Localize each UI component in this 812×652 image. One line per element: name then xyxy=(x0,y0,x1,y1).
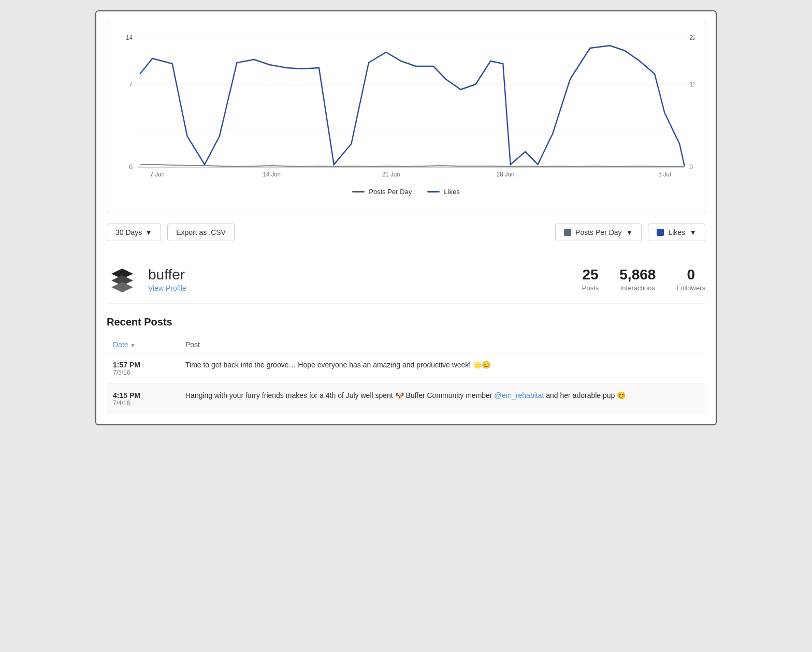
legend-posts-line xyxy=(352,191,365,192)
likes-swatch xyxy=(657,229,664,236)
post-2-mention-link[interactable]: @em_rehabitat xyxy=(494,391,544,399)
buffer-logo-svg xyxy=(109,266,135,292)
post-1-content: Time to get back into the groove… Hope e… xyxy=(179,353,705,384)
svg-text:112: 112 xyxy=(689,81,694,87)
days-filter-label: 30 Days xyxy=(115,228,142,236)
stat-followers: 0 Followers xyxy=(676,266,705,292)
stat-posts-label: Posts xyxy=(582,284,599,292)
legend-likes: Likes xyxy=(427,188,459,196)
view-profile-link[interactable]: View Profile xyxy=(148,284,186,292)
post-1-date: 1:57 PM 7/5/16 xyxy=(107,353,179,384)
post-2-date-sub: 7/4/16 xyxy=(113,399,173,407)
post-2-content: Hanging with your furry friends makes fo… xyxy=(179,384,705,414)
post-2-text-2: and her adorable pup 😊 xyxy=(544,391,626,399)
table-row: 1:57 PM 7/5/16 Time to get back into the… xyxy=(107,353,705,384)
likes-toggle[interactable]: Likes ▼ xyxy=(648,224,705,241)
recent-posts-section: Recent Posts Date ▼ Post 1:5 xyxy=(107,316,705,414)
stat-interactions-label: Interactions xyxy=(620,284,655,292)
post-1-text: Time to get back into the groove… Hope e… xyxy=(185,361,490,369)
legend-posts-label: Posts Per Day xyxy=(369,188,412,196)
svg-text:7: 7 xyxy=(129,81,132,87)
days-filter-button[interactable]: 30 Days ▼ xyxy=(107,224,161,241)
svg-text:0: 0 xyxy=(129,164,133,170)
buffer-logo xyxy=(107,264,138,295)
posts-table-header-row: Date ▼ Post xyxy=(107,336,705,353)
sort-arrow-icon: ▼ xyxy=(130,343,135,348)
posts-table-body: 1:57 PM 7/5/16 Time to get back into the… xyxy=(107,353,705,414)
post-2-text-1: Hanging with your furry friends makes fo… xyxy=(185,391,494,399)
export-csv-label: Export as .CSV xyxy=(176,228,226,236)
svg-text:14 Jun: 14 Jun xyxy=(263,171,281,177)
legend-posts-per-day: Posts Per Day xyxy=(352,188,412,196)
stat-followers-label: Followers xyxy=(676,284,705,292)
controls-right: Posts Per Day ▼ Likes ▼ xyxy=(555,224,705,241)
profile-info: buffer View Profile xyxy=(148,266,582,293)
likes-toggle-label: Likes xyxy=(668,228,685,236)
recent-posts-title: Recent Posts xyxy=(107,316,705,328)
table-row: 4:15 PM 7/4/16 Hanging with your furry f… xyxy=(107,384,705,414)
profile-section: buffer View Profile 25 Posts 5,868 Inter… xyxy=(107,256,705,304)
post-column-header: Post xyxy=(179,336,705,353)
post-2-date: 4:15 PM 7/4/16 xyxy=(107,384,179,414)
post-1-date-sub: 7/5/16 xyxy=(113,369,173,376)
stat-followers-number: 0 xyxy=(676,266,705,283)
svg-text:0: 0 xyxy=(689,164,693,170)
chart-legend: Posts Per Day Likes xyxy=(118,188,694,196)
posts-per-day-toggle[interactable]: Posts Per Day ▼ xyxy=(555,224,642,241)
stat-posts-number: 25 xyxy=(582,266,599,283)
posts-table: Date ▼ Post 1:57 PM 7/5/16 Time to get b… xyxy=(107,336,705,414)
posts-per-day-swatch xyxy=(564,229,571,236)
posts-per-day-toggle-label: Posts Per Day xyxy=(575,228,621,236)
svg-text:21 Jun: 21 Jun xyxy=(382,171,400,177)
stat-posts: 25 Posts xyxy=(582,266,599,292)
export-csv-button[interactable]: Export as .CSV xyxy=(167,224,235,241)
date-column-header[interactable]: Date ▼ xyxy=(107,336,179,353)
svg-text:14: 14 xyxy=(126,34,133,41)
stat-interactions: 5,868 Interactions xyxy=(619,266,656,292)
profile-name: buffer xyxy=(148,266,582,284)
chart-svg: 14 7 0 224 112 0 7 Jun 14 Jun 21 Jun 28 … xyxy=(118,33,694,177)
post-1-time: 1:57 PM xyxy=(113,361,140,369)
svg-text:224: 224 xyxy=(689,34,694,41)
svg-text:5 Jul: 5 Jul xyxy=(658,171,671,177)
profile-stats: 25 Posts 5,868 Interactions 0 Followers xyxy=(582,266,705,292)
chevron-down-icon: ▼ xyxy=(145,228,152,236)
chevron-down-icon-2: ▼ xyxy=(626,228,633,236)
controls-row: 30 Days ▼ Export as .CSV Posts Per Day ▼… xyxy=(107,224,705,241)
main-container: 14 7 0 224 112 0 7 Jun 14 Jun 21 Jun 28 … xyxy=(95,10,717,425)
chart-wrapper: 14 7 0 224 112 0 7 Jun 14 Jun 21 Jun 28 … xyxy=(107,22,705,213)
chevron-down-icon-3: ▼ xyxy=(689,228,697,236)
svg-marker-17 xyxy=(111,282,133,292)
svg-text:28 Jun: 28 Jun xyxy=(497,171,515,177)
posts-table-head: Date ▼ Post xyxy=(107,336,705,353)
stat-interactions-number: 5,868 xyxy=(619,266,656,283)
svg-text:7 Jun: 7 Jun xyxy=(150,171,165,177)
controls-left: 30 Days ▼ Export as .CSV xyxy=(107,224,235,241)
post-2-time: 4:15 PM xyxy=(113,391,140,399)
legend-likes-label: Likes xyxy=(444,188,459,196)
legend-likes-line xyxy=(427,191,440,192)
date-header-label[interactable]: Date ▼ xyxy=(113,340,135,349)
post-header-label: Post xyxy=(185,340,200,349)
